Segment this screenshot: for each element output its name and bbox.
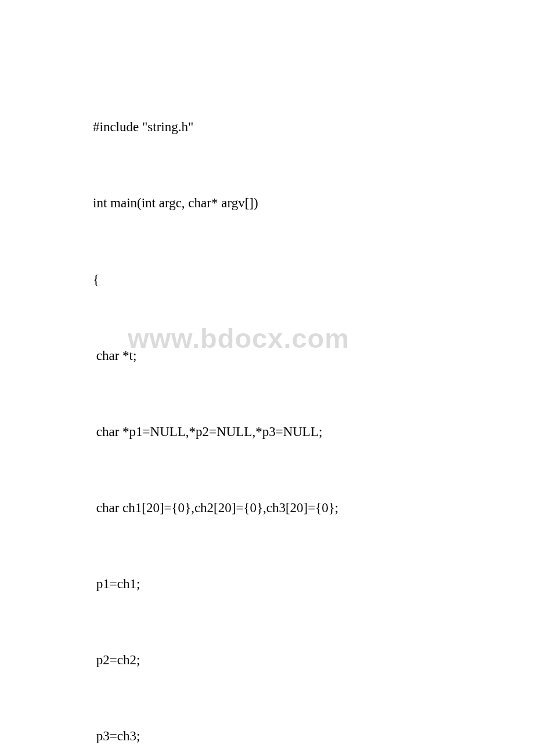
code-line: char *t; (93, 343, 534, 369)
code-line: { (93, 267, 534, 293)
code-block: #include "string.h" int main(int argc, c… (93, 64, 534, 756)
code-line: p3=ch3; (93, 723, 534, 749)
document-page: www.bdocx.com #include "string.h" int ma… (0, 0, 534, 756)
code-line: p2=ch2; (93, 647, 534, 673)
code-line: int main(int argc, char* argv[]) (93, 190, 534, 216)
code-line: char ch1[20]={0},ch2[20]={0},ch3[20]={0}… (93, 495, 534, 521)
code-line: #include "string.h" (93, 114, 534, 140)
code-line: p1=ch1; (93, 571, 534, 597)
code-line: char *p1=NULL,*p2=NULL,*p3=NULL; (93, 419, 534, 445)
